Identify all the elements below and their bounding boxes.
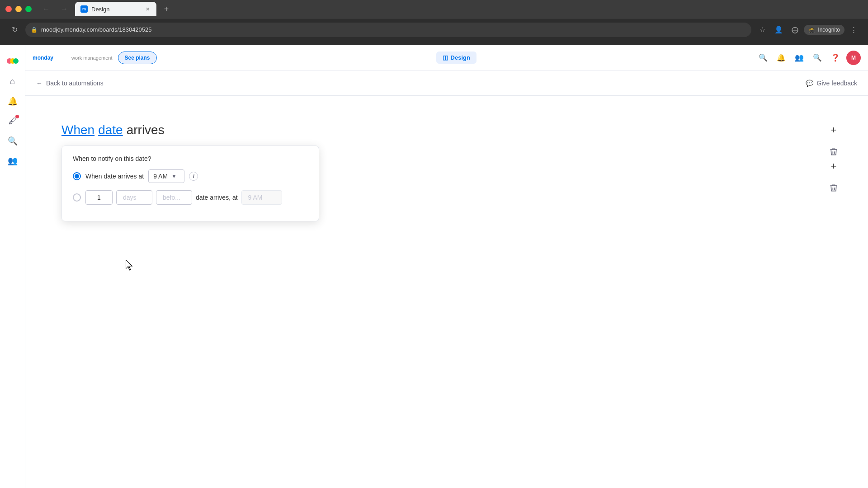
trigger-date[interactable]: date [98,123,123,137]
automation-page: ← Back to automations 💬 Give feedback Wh… [25,70,868,488]
sidebar-logo [5,51,21,67]
browser-tab[interactable]: m Design ✕ [75,2,156,16]
incognito-icon: 🥷 [808,27,815,33]
toolbar-actions: ☆ 👤 ⨁ 🥷 Incognito ⋮ [755,23,861,37]
topbar-avatar[interactable]: M [846,51,861,65]
days-dropdown[interactable]: days [116,190,152,205]
date-popup: When to notify on this date? When date a… [61,145,319,221]
new-tab-button[interactable]: + [160,3,173,15]
trigger-sentence: When date arrives When to notify on this… [61,123,832,137]
address-bar[interactable]: 🔒 moodjoy.monday.com/boards/1830420525 [25,23,751,37]
side-actions-top: + [826,123,841,159]
trigger-arrives: arrives [127,123,165,137]
app-sidebar: ⌂ 🔔 🖋 🔍 👥 [0,45,25,488]
sidebar-search[interactable]: 🔍 [4,132,22,150]
url-text: moodjoy.monday.com/boards/1830420525 [41,26,152,33]
design-tab-icon: ◫ [443,54,448,61]
radio-option-2: days befo... date arrives, at 9 AM [73,190,308,205]
profile-button[interactable]: 👤 [771,23,786,37]
back-link[interactable]: ← Back to automations [36,80,104,87]
topbar-apps[interactable]: 🔍 [810,51,825,65]
window-minimize[interactable] [15,6,22,12]
browser-titlebar: ← → m Design ✕ + [0,0,868,18]
tab-title: Design [91,6,109,13]
app-topbar: monday work management See plans ◫ Desig… [25,45,868,70]
before-dropdown[interactable]: befo... [156,190,192,205]
side-actions-lower: + [826,159,841,195]
back-link-label: Back to automations [46,80,104,87]
page-wrapper: ⌂ 🔔 🖋 🔍 👥 monday work management See pla… [0,45,868,488]
design-tab[interactable]: ◫ Design [436,52,476,64]
back-arrow-icon: ← [36,80,42,87]
design-tab-label: Design [451,54,470,61]
tab-favicon: m [80,5,88,13]
automation-builder: When date arrives When to notify on this… [25,96,868,205]
notification-badge [15,115,19,118]
info-icon[interactable]: i [189,172,198,181]
add-condition-button[interactable]: + [826,123,841,137]
topbar-center: ◫ Design [162,52,750,64]
give-feedback-button[interactable]: 💬 Give feedback [806,80,858,87]
topbar-help[interactable]: ❓ [828,51,843,65]
forward-button[interactable]: → [57,2,71,16]
topbar-people[interactable]: 👥 [792,51,807,65]
sidebar-notifications[interactable]: 🖋 [4,112,22,130]
radio-option-1-label: When date arrives at [85,173,144,180]
browser-toolbar: ↻ 🔒 moodjoy.monday.com/boards/1830420525… [0,18,868,41]
svg-point-2 [13,58,19,64]
sidebar-people[interactable]: 👥 [4,152,22,170]
time-value-1: 9 AM [153,173,168,180]
option2-text: date arrives, at [196,194,238,201]
topbar-right: 🔍 🔔 👥 🔍 ❓ M [756,51,861,65]
incognito-badge: 🥷 Incognito [804,25,844,35]
delete-action-button[interactable] [826,181,841,195]
radio-option-2-input[interactable] [73,193,81,202]
incognito-label: Incognito [818,27,840,33]
sidebar-home[interactable]: ⌂ [4,72,22,90]
feedback-label: Give feedback [817,80,858,87]
window-maximize[interactable] [25,6,32,12]
tab-close-button[interactable]: ✕ [144,5,151,13]
window-close[interactable] [5,6,12,12]
info-symbol: i [193,174,194,179]
see-plans-button[interactable]: See plans [118,52,157,64]
main-content: monday work management See plans ◫ Desig… [25,45,868,488]
back-button[interactable]: ← [39,2,53,16]
reload-button[interactable]: ↻ [7,23,22,37]
radio-option-1: When date arrives at 9 AM ▼ i [73,169,308,183]
feedback-icon: 💬 [806,80,813,87]
trigger-when[interactable]: When [61,123,94,137]
time-select-1[interactable]: 9 AM ▼ [148,169,184,183]
delete-trigger-button[interactable] [826,145,841,159]
topbar-inbox[interactable]: 🔔 [774,51,788,65]
window-controls [5,6,32,12]
extensions-button[interactable]: ⨁ [788,23,802,37]
add-action-button[interactable]: + [826,159,841,174]
popup-title: When to notify on this date? [73,155,308,162]
radio-option-1-input[interactable] [73,172,81,180]
automation-header: ← Back to automations 💬 Give feedback [25,70,868,96]
option-row-2: days befo... date arrives, at 9 AM [85,190,282,205]
sidebar-inbox[interactable]: 🔔 [4,92,22,110]
bookmark-star[interactable]: ☆ [755,23,769,37]
chevron-icon-1: ▼ [171,173,177,179]
logo-subtitle: work management [71,55,113,61]
number-input[interactable] [85,190,113,205]
svg-text:monday: monday [33,55,53,61]
topbar-search[interactable]: 🔍 [756,51,770,65]
lock-icon: 🔒 [31,27,38,33]
time-disabled: 9 AM [241,190,282,205]
menu-button[interactable]: ⋮ [846,23,861,37]
monday-logo: monday work management [33,52,113,63]
